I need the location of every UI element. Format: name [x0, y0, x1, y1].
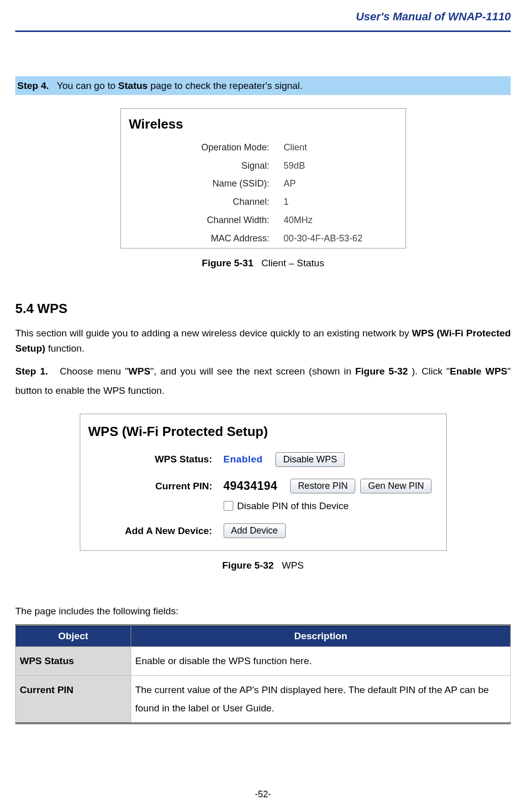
fig32-text: WPS — [282, 560, 303, 571]
disable-wps-button[interactable]: Disable WPS — [275, 452, 345, 467]
table-header-row: Object Description — [16, 626, 511, 646]
intro-t1: This section will guide you to adding a … — [15, 328, 412, 338]
th-object: Object — [16, 626, 131, 646]
gen-new-pin-button[interactable]: Gen New PIN — [360, 479, 431, 493]
wireless-value: 00-30-4F-AB-53-62 — [284, 234, 405, 244]
wps-pin-value: 49434194 — [224, 477, 277, 495]
step1-b1: WPS — [129, 366, 150, 377]
table-row: WPS Status Enable or disable the WPS fun… — [16, 646, 511, 675]
wireless-row: Channel Width: 40MHz — [121, 211, 406, 230]
wps-figure: WPS (Wi-Fi Protected Setup) WPS Status: … — [80, 414, 447, 551]
wireless-label: Channel: — [121, 197, 284, 207]
th-description: Description — [131, 626, 511, 646]
wps-status-value: Enabled — [224, 452, 263, 466]
fig32-label: Figure 5-32 — [222, 560, 273, 571]
wps-box-title: WPS (Wi-Fi Protected Setup) — [80, 418, 446, 447]
wireless-value: Client — [284, 143, 405, 153]
table-row: Current PIN The current value of the AP'… — [16, 675, 511, 723]
wireless-title: Wireless — [121, 109, 406, 138]
fig31-text: Client – Status — [261, 258, 324, 268]
step1-b3: Enable WPS — [450, 366, 507, 377]
add-device-row: Add A New Device: Add Device — [80, 518, 446, 543]
wps-pin-label: Current PIN: — [80, 479, 224, 493]
wireless-label: Name (SSID): — [121, 179, 284, 189]
fields-intro: The page includes the following fields: — [15, 604, 511, 618]
wireless-value: 59dB — [284, 161, 405, 171]
page-header: User's Manual of WNAP-1110 — [15, 8, 511, 32]
step1-t3: ). Click " — [408, 366, 450, 377]
wps-intro: This section will guide you to adding a … — [15, 326, 511, 356]
step1-t2: ", and you will see the next screen (sho… — [150, 366, 355, 377]
restore-pin-button[interactable]: Restore PIN — [290, 479, 355, 493]
step1-t1: Choose menu " — [60, 366, 129, 377]
fig31-label: Figure 5-31 — [202, 258, 253, 268]
wireless-row: Channel: 1 — [121, 193, 406, 211]
wireless-label: MAC Address: — [121, 234, 284, 244]
td-description: Enable or disable the WPS function here. — [131, 646, 511, 675]
wireless-status-figure: Wireless Operation Mode: Client Signal: … — [120, 108, 406, 248]
step1-label: Step 1. — [15, 366, 48, 377]
step1-para: Step 1. Choose menu "WPS", and you will … — [15, 362, 511, 400]
wireless-value: 40MHz — [284, 215, 405, 226]
section-5-4-heading: 5.4 WPS — [15, 298, 511, 319]
td-object: WPS Status — [16, 646, 131, 675]
wireless-row: Signal: 59dB — [121, 157, 406, 175]
td-object: Current PIN — [16, 675, 131, 723]
figure-5-31-caption: Figure 5-31 Client – Status — [15, 256, 511, 270]
manual-title: User's Manual of WNAP-1110 — [356, 10, 511, 23]
wireless-value: AP — [284, 179, 405, 189]
step4-t1: You can go to — [57, 80, 118, 91]
disable-pin-checkbox[interactable] — [224, 501, 233, 511]
step4-t2: page to check the repeater's signal. — [148, 80, 303, 91]
page-number: -52- — [255, 789, 271, 799]
step1-b2: Figure 5-32 — [355, 366, 408, 377]
wps-pin-row: Current PIN: 49434194 Restore PIN Gen Ne… — [80, 472, 446, 501]
wireless-row: Operation Mode: Client — [121, 139, 406, 157]
page-footer: -52- — [0, 788, 526, 802]
step4-label: Step 4. — [17, 80, 49, 91]
wireless-row: Name (SSID): AP — [121, 175, 406, 193]
figure-5-32-caption: Figure 5-32 WPS — [15, 558, 511, 573]
wps-status-row: WPS Status: Enabled Disable WPS — [80, 447, 446, 472]
add-device-label: Add A New Device: — [80, 523, 224, 538]
step4-banner: Step 4. You can go to Status page to che… — [15, 76, 511, 95]
disable-pin-label: Disable PIN of this Device — [237, 498, 349, 513]
disable-pin-row: Disable PIN of this Device — [80, 498, 446, 513]
wireless-label: Operation Mode: — [121, 143, 284, 153]
step4-bold: Status — [118, 80, 148, 91]
wireless-value: 1 — [284, 197, 405, 207]
td-description: The current value of the AP's PIN displa… — [131, 675, 511, 723]
wireless-label: Channel Width: — [121, 215, 284, 226]
wireless-label: Signal: — [121, 161, 284, 171]
wps-status-label: WPS Status: — [80, 452, 224, 466]
fields-table: Object Description WPS Status Enable or … — [15, 624, 511, 724]
wireless-row: MAC Address: 00-30-4F-AB-53-62 — [121, 230, 406, 248]
intro-t2: function. — [45, 343, 84, 354]
add-device-button[interactable]: Add Device — [224, 523, 286, 538]
